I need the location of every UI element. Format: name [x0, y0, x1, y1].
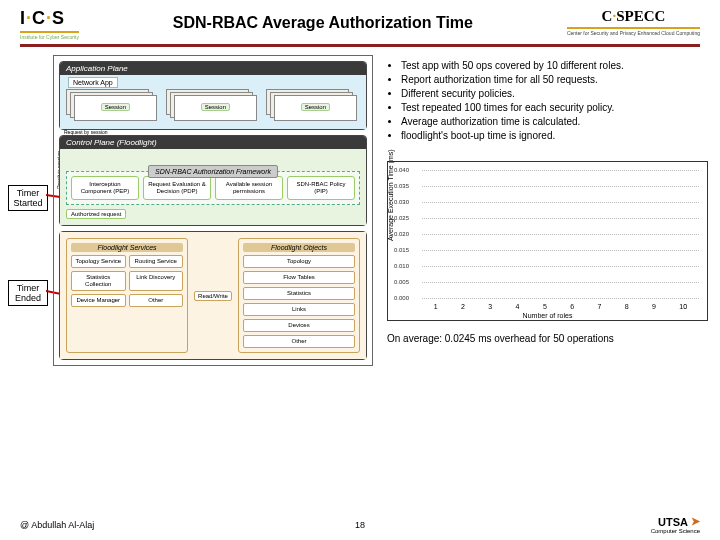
logo-ics: I·C·S Institute for Cyber Security	[20, 8, 79, 40]
annotation-column: Timer Started Timer Ended	[8, 55, 53, 366]
chart-xlabel: Number of roles	[523, 312, 573, 319]
net-app-stack: Session	[166, 89, 260, 123]
chart-caption: On average: 0.0245 ms overhead for 50 op…	[387, 333, 708, 344]
services-header: Floodlight Services	[71, 243, 183, 252]
execution-time-chart: Average Execution Time (ms) 0.0000.0050.…	[387, 161, 708, 321]
bullet-list: Test app with 50 ops covered by 10 diffe…	[401, 59, 708, 143]
net-app-stack: Session	[266, 89, 360, 123]
architecture-diagram: Application Plane Network App Session Se…	[53, 55, 373, 366]
header-divider	[20, 44, 700, 47]
session-box: Session	[301, 103, 330, 111]
object-box: Flow Tables	[243, 271, 355, 284]
pdp-box: Request Evaluation & Decision (PDP)	[143, 176, 211, 200]
object-box: Devices	[243, 319, 355, 332]
logo-cspecc-sub: Center for Security and Privacy Enhanced…	[567, 27, 700, 36]
utsa-dept: Computer Science	[651, 528, 700, 534]
bullet-item: Test app with 50 ops covered by 10 diffe…	[401, 59, 708, 73]
authorized-request-badge: Authorized request	[66, 209, 126, 219]
service-box: Topology Service	[71, 255, 126, 268]
service-box: Device Manager	[71, 294, 126, 307]
pep-box: Interception Component (PEP)	[71, 176, 139, 200]
session-box: Session	[201, 103, 230, 111]
application-plane-header: Application Plane	[60, 62, 366, 75]
bullet-item: Different security policies.	[401, 87, 708, 101]
object-box: Topology	[243, 255, 355, 268]
utsa-logo: UTSA➤ Computer Science	[651, 515, 700, 534]
service-box: Other	[129, 294, 184, 307]
network-app-label: Network App	[68, 77, 118, 88]
bullet-item: Test repeated 100 times for each securit…	[401, 101, 708, 115]
service-box: Statistics Collection	[71, 271, 126, 291]
logo-cspecc-text: C·SPECC	[602, 8, 666, 25]
bullet-item: Average authorization time is calculated…	[401, 115, 708, 129]
chart-plot-area: 0.0000.0050.0100.0150.0200.0250.0300.035…	[422, 170, 699, 298]
session-box: Session	[101, 103, 130, 111]
service-box: Link Discovery	[129, 271, 184, 291]
object-box: Other	[243, 335, 355, 348]
chart-xticks: 12345678910	[422, 303, 699, 310]
logo-cspecc: C·SPECC Center for Security and Privacy …	[567, 8, 700, 36]
bullet-item: floodlight's boot-up time is ignored.	[401, 129, 708, 143]
data-plane: Floodlight Services Topology Service Rou…	[59, 231, 367, 360]
object-box: Links	[243, 303, 355, 316]
timer-ended-tag: Timer Ended	[8, 280, 48, 306]
copyright: @ Abdullah Al-Alaj	[20, 520, 94, 530]
object-box: Statistics	[243, 287, 355, 300]
control-plane: Control Plane (Floodlight) SDN-RBAC Auth…	[59, 135, 367, 226]
roadrunner-icon: ➤	[691, 515, 700, 528]
net-app-stack: Session	[66, 89, 160, 123]
slide-body: Timer Started Timer Ended Application Pl…	[0, 55, 720, 366]
utsa-text: UTSA	[658, 516, 688, 528]
chart-ylabel: Average Execution Time (ms)	[387, 149, 394, 241]
objects-header: Floodlight Objects	[243, 243, 355, 252]
read-write-label: Read/Write	[194, 291, 232, 301]
slide-header: I·C·S Institute for Cyber Security SDN-R…	[0, 0, 720, 40]
slide-footer: @ Abdullah Al-Alaj 18 UTSA➤ Computer Sci…	[0, 515, 720, 534]
timer-started-tag: Timer Started	[8, 185, 48, 211]
page-number: 18	[355, 520, 365, 530]
session-perms-box: Available session permissions	[215, 176, 283, 200]
bullet-item: Report authorization time for all 50 req…	[401, 73, 708, 87]
description-column: Test app with 50 ops covered by 10 diffe…	[373, 55, 712, 366]
control-plane-header: Control Plane (Floodlight)	[60, 136, 366, 149]
floodlight-services-group: Floodlight Services Topology Service Rou…	[66, 238, 188, 353]
application-plane: Application Plane Network App Session Se…	[59, 61, 367, 130]
chart-bars	[422, 170, 699, 298]
auth-framework-title: SDN-RBAC Authorization Framework	[148, 165, 278, 178]
pip-box: SDN-RBAC Policy (PIP)	[287, 176, 355, 200]
floodlight-objects-group: Floodlight Objects Topology Flow Tables …	[238, 238, 360, 353]
logo-ics-text: I·C·S	[20, 8, 65, 29]
service-box: Routing Service	[129, 255, 184, 268]
logo-ics-sub: Institute for Cyber Security	[20, 31, 79, 40]
slide-title: SDN-RBAC Average Authorization Time	[79, 14, 567, 32]
